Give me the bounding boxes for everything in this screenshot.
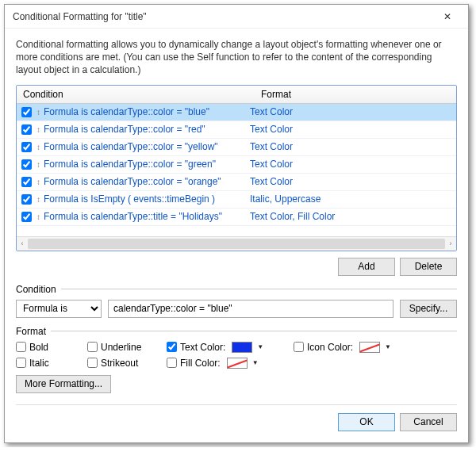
row-format[interactable]: Text Color [250,124,453,135]
chevron-down-icon: ▼ [385,343,391,350]
table-row[interactable]: ↕Formula is calendarType::title = "Holid… [17,209,456,226]
italic-check-input[interactable] [16,358,26,368]
drag-handle-icon[interactable]: ↕ [36,212,40,221]
ok-button[interactable]: OK [338,413,395,431]
specify-button[interactable]: Specify... [400,300,457,318]
divider [51,331,457,331]
table-row[interactable]: ↕Formula is calendarType::color = "red"T… [17,121,456,139]
dialog-window: Conditional Formatting for "title" ✕ Con… [4,4,469,443]
strikeout-label: Strikeout [101,358,138,369]
row-enable-checkbox[interactable] [21,177,32,187]
row-enable-checkbox[interactable] [21,142,32,152]
text-color-label: Text Color: [180,342,225,353]
italic-checkbox[interactable]: Italic [16,358,87,369]
underline-label: Underline [101,342,141,353]
icon-color-label: Icon Color: [307,342,353,353]
condition-section: Condition Formula is Specify... [16,284,457,318]
drag-handle-icon[interactable]: ↕ [36,160,40,169]
fill-color-checkbox[interactable]: Fill Color: ▼ [167,358,294,369]
condition-type-select[interactable]: Formula is [16,300,102,318]
list-header: Condition Format [17,86,456,104]
row-format[interactable]: Italic, Uppercase [250,193,453,205]
row-enable-checkbox[interactable] [21,159,32,170]
row-condition[interactable]: Formula is IsEmpty ( events::timeBegin ) [44,193,250,205]
table-row[interactable]: ↕Formula is calendarType::color = "blue"… [17,104,456,121]
row-format[interactable]: Text Color [250,141,453,152]
fill-color-swatch[interactable] [227,358,248,369]
drag-handle-icon[interactable]: ↕ [36,178,40,186]
titlebar: Conditional Formatting for "title" ✕ [5,5,468,29]
list-buttons: Add Delete [16,258,457,276]
col-condition[interactable]: Condition [17,86,255,103]
add-button[interactable]: Add [338,258,395,276]
italic-label: Italic [29,358,49,369]
condition-legend: Condition [16,284,457,295]
text-color-swatch[interactable] [232,342,252,353]
condition-editor-row: Formula is Specify... [16,300,457,318]
horizontal-scrollbar[interactable]: ‹ › [17,236,456,251]
table-row[interactable]: ↕Formula is calendarType::color = "orang… [17,174,456,191]
row-format[interactable]: Text Color, Fill Color [250,211,453,222]
format-grid: Bold Underline Text Color: ▼ Icon Color:… [16,342,457,369]
col-format[interactable]: Format [255,86,456,103]
divider [61,289,457,289]
row-enable-checkbox[interactable] [21,194,32,205]
table-row[interactable]: ↕Formula is IsEmpty ( events::timeBegin … [17,191,456,209]
bold-label: Bold [29,342,48,353]
text-color-checkbox[interactable]: Text Color: ▼ [167,342,294,353]
drag-handle-icon[interactable]: ↕ [36,195,40,204]
row-format[interactable]: Text Color [250,176,453,187]
icon-color-swatch[interactable] [359,342,380,353]
row-enable-checkbox[interactable] [21,124,32,135]
row-condition[interactable]: Formula is calendarType::color = "blue" [44,106,250,117]
icon-color-checkbox[interactable]: Icon Color: ▼ [294,342,420,353]
condition-legend-label: Condition [16,284,56,295]
cancel-button[interactable]: Cancel [400,413,457,431]
underline-checkbox[interactable]: Underline [87,342,167,353]
row-condition[interactable]: Formula is calendarType::color = "red" [44,124,250,135]
bold-checkbox[interactable]: Bold [16,342,87,353]
icon-color-check-input[interactable] [294,342,304,352]
close-icon: ✕ [443,11,451,22]
fill-color-label: Fill Color: [180,358,221,369]
row-enable-checkbox[interactable] [21,107,32,117]
format-section: Format Bold Underline Text Color: ▼ [16,326,457,393]
dialog-content: Conditional formatting allows you to dyn… [5,29,468,442]
drag-handle-icon[interactable]: ↕ [36,108,40,117]
row-condition[interactable]: Formula is calendarType::color = "yellow… [44,141,250,152]
row-condition[interactable]: Formula is calendarType::color = "orange… [44,176,250,187]
chevron-down-icon: ▼ [257,343,263,350]
format-legend: Format [16,326,457,337]
row-format[interactable]: Text Color [250,159,453,170]
row-condition[interactable]: Formula is calendarType::title = "Holida… [44,211,250,222]
chevron-down-icon: ▼ [252,359,259,366]
intro-text: Conditional formatting allows you to dyn… [16,38,457,77]
row-condition[interactable]: Formula is calendarType::color = "green" [44,159,250,170]
fill-color-check-input[interactable] [167,358,177,368]
scroll-thumb[interactable] [28,239,445,249]
table-row[interactable]: ↕Formula is calendarType::color = "green… [17,156,456,174]
drag-handle-icon[interactable]: ↕ [36,125,40,134]
dialog-footer: OK Cancel [16,404,457,431]
row-enable-checkbox[interactable] [21,212,32,222]
scroll-right-icon[interactable]: › [445,237,456,251]
strikeout-check-input[interactable] [87,358,98,368]
delete-button[interactable]: Delete [400,258,457,276]
scroll-left-icon[interactable]: ‹ [17,237,28,251]
text-color-check-input[interactable] [167,342,177,352]
drag-handle-icon[interactable]: ↕ [36,143,40,151]
conditions-list[interactable]: Condition Format ↕Formula is calendarTyp… [16,85,457,251]
format-legend-label: Format [16,326,46,337]
condition-formula-input[interactable] [108,300,393,318]
table-row[interactable]: ↕Formula is calendarType::color = "yello… [17,139,456,156]
row-format[interactable]: Text Color [250,106,453,117]
close-button[interactable]: ✕ [432,6,463,27]
bold-check-input[interactable] [16,342,26,352]
underline-check-input[interactable] [87,342,98,352]
window-title: Conditional Formatting for "title" [13,11,147,22]
list-rows: ↕Formula is calendarType::color = "blue"… [17,104,456,236]
more-formatting-button[interactable]: More Formatting... [16,375,111,393]
strikeout-checkbox[interactable]: Strikeout [87,358,167,369]
